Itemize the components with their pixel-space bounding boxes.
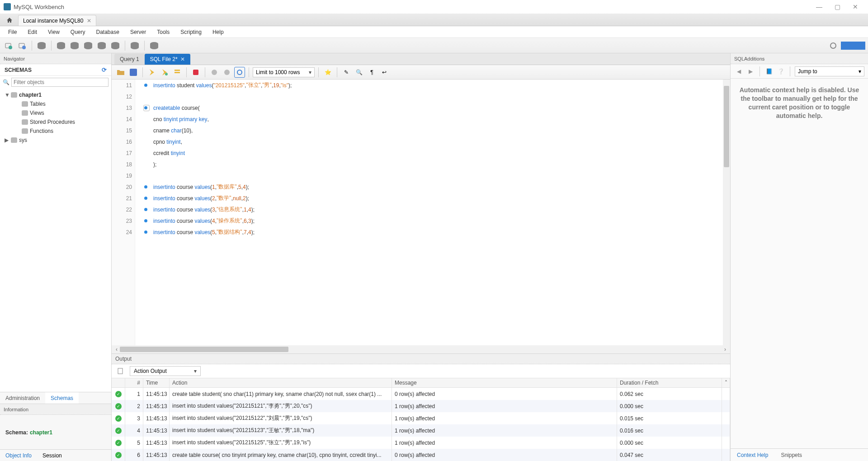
menu-database[interactable]: Database	[92, 28, 124, 36]
favorite-icon[interactable]: ⭐	[322, 67, 333, 78]
search-icon: 🔍	[3, 79, 9, 85]
col-num[interactable]: #	[125, 378, 143, 387]
col-action[interactable]: Action	[170, 378, 392, 387]
menu-file[interactable]: File	[4, 28, 21, 36]
window-close-button[interactable]: ✕	[846, 3, 864, 10]
filter-objects-input[interactable]	[11, 78, 108, 87]
close-icon[interactable]: ✕	[180, 56, 185, 62]
navigator-title: Navigator	[0, 53, 111, 64]
menu-tools[interactable]: Tools	[152, 28, 174, 36]
reconnect-button[interactable]	[148, 40, 160, 52]
db-func-button[interactable]	[109, 40, 121, 52]
success-icon: ✓	[115, 415, 122, 422]
commit-icon[interactable]	[209, 67, 220, 78]
window-maximize-button[interactable]: ▢	[828, 3, 846, 10]
output-row[interactable]: ✓ 311:45:13insert into student values("2…	[112, 412, 730, 424]
stop-icon[interactable]	[190, 67, 201, 78]
save-file-icon[interactable]	[128, 67, 139, 78]
limit-rows-select[interactable]: Limit to 1000 rows	[253, 67, 315, 77]
close-icon[interactable]: ✕	[87, 18, 91, 24]
tab-sql-file-2[interactable]: SQL File 2*✕	[145, 54, 190, 65]
db-view-button[interactable]	[82, 40, 94, 52]
sql-additions-panel: SQLAdditions ◀ ▶ 📘 ❔ Jump to▾ Automatic …	[730, 53, 868, 461]
navigator-tabs: Administration Schemas	[0, 392, 111, 404]
tree-item-views[interactable]: Views	[0, 108, 111, 118]
tab-context-help[interactable]: Context Help	[731, 449, 774, 461]
svg-point-3	[22, 46, 26, 49]
tree-item-sys[interactable]: ▶sys	[0, 136, 111, 145]
help-topic-icon[interactable]: 📘	[764, 68, 774, 75]
output-history-icon[interactable]	[115, 366, 126, 376]
tree-item-stored-procedures[interactable]: Stored Procedures	[0, 118, 111, 127]
fold-icon[interactable]: −	[143, 105, 150, 111]
editor-toolbar: Limit to 1000 rows ⭐ ✎ 🔍 ¶ ↩	[112, 65, 730, 80]
output-type-select[interactable]: Action Output	[130, 366, 201, 376]
layout-toggle[interactable]	[841, 42, 865, 50]
search-table-button[interactable]	[129, 40, 141, 52]
sql-additions-title: SQLAdditions	[731, 53, 868, 64]
explain-icon[interactable]	[172, 67, 183, 78]
db-sp-button[interactable]	[96, 40, 108, 52]
window-minimize-button[interactable]: —	[810, 3, 828, 10]
settings-icon[interactable]	[827, 40, 839, 52]
tab-query-1[interactable]: Query 1	[114, 54, 145, 65]
menu-edit[interactable]: Edit	[23, 28, 42, 36]
execute-current-icon[interactable]	[159, 67, 170, 78]
output-row[interactable]: ✓ 211:45:13insert into student values("2…	[112, 400, 730, 412]
connection-tab[interactable]: Local instance MySQL80 ✕	[18, 15, 96, 26]
tab-snippets[interactable]: Snippets	[774, 449, 808, 461]
schema-info: Schema: chapter1	[0, 415, 111, 449]
rollback-icon[interactable]	[222, 67, 232, 78]
find-icon[interactable]: 🔍	[354, 67, 364, 78]
autocommit-icon[interactable]	[234, 67, 245, 78]
schema-tree[interactable]: ▼chapter1 Tables Views Stored Procedures…	[0, 89, 111, 392]
nav-back-icon[interactable]: ◀	[734, 68, 743, 75]
nav-forward-icon[interactable]: ▶	[746, 68, 755, 75]
menu-scripting[interactable]: Scripting	[176, 28, 206, 36]
svg-point-10	[237, 70, 242, 75]
open-file-icon[interactable]	[115, 67, 126, 78]
jump-to-select[interactable]: Jump to▾	[795, 66, 864, 76]
auto-help-icon[interactable]: ❔	[776, 68, 785, 75]
output-row[interactable]: ✓ 511:45:13insert into student values("2…	[112, 437, 730, 449]
menu-server[interactable]: Server	[126, 28, 151, 36]
tab-object-info[interactable]: Object Info	[0, 450, 37, 461]
beautify-icon[interactable]: ✎	[341, 67, 352, 78]
invisible-chars-icon[interactable]: ¶	[366, 67, 377, 78]
menu-help[interactable]: Help	[208, 28, 228, 36]
db-create-button[interactable]	[55, 40, 67, 52]
output-row[interactable]: ✓ 611:45:13create table course( cno tiny…	[112, 449, 730, 461]
app-logo-icon	[4, 3, 11, 10]
refresh-icon[interactable]: ⟳	[102, 66, 107, 73]
output-table: # Time Action Message Duration / Fetch ˄…	[112, 378, 730, 461]
col-time[interactable]: Time	[143, 378, 170, 387]
tree-item-chapter1[interactable]: ▼chapter1	[0, 90, 111, 99]
editor-code[interactable]: insert into student values("201215125","…	[135, 80, 730, 345]
tree-item-functions[interactable]: Functions	[0, 127, 111, 136]
sql-editor[interactable]: 11 12 13 14 15 16 17 18 19 20 21 22 23 2…	[112, 80, 730, 345]
menu-bar: File Edit View Query Database Server Too…	[0, 26, 868, 38]
view-icon	[22, 110, 28, 116]
success-icon: ✓	[115, 440, 122, 446]
output-row[interactable]: ✓ 111:45:13create table student( sno cha…	[112, 388, 730, 400]
svg-point-8	[212, 70, 217, 75]
menu-query[interactable]: Query	[66, 28, 90, 36]
tree-item-tables[interactable]: Tables	[0, 99, 111, 108]
menu-view[interactable]: View	[43, 28, 64, 36]
tab-session[interactable]: Session	[37, 450, 67, 461]
tab-schemas[interactable]: Schemas	[45, 392, 79, 404]
tab-administration[interactable]: Administration	[0, 392, 45, 404]
col-message[interactable]: Message	[392, 378, 617, 387]
editor-horizontal-scrollbar[interactable]: ‹›	[112, 345, 730, 353]
open-sql-script-button[interactable]	[16, 40, 28, 52]
output-row[interactable]: ✓ 411:45:13insert into student values("2…	[112, 424, 730, 437]
new-sql-tab-button[interactable]	[3, 40, 14, 52]
output-scroll-up-icon[interactable]: ˄	[722, 378, 730, 387]
wrap-icon[interactable]: ↩	[379, 67, 390, 78]
editor-vertical-scrollbar[interactable]	[723, 80, 730, 345]
execute-icon[interactable]	[146, 67, 157, 78]
db-table-button[interactable]	[69, 40, 80, 52]
col-duration[interactable]: Duration / Fetch	[617, 378, 722, 387]
server-status-button[interactable]	[36, 40, 47, 52]
home-icon[interactable]	[3, 15, 16, 26]
